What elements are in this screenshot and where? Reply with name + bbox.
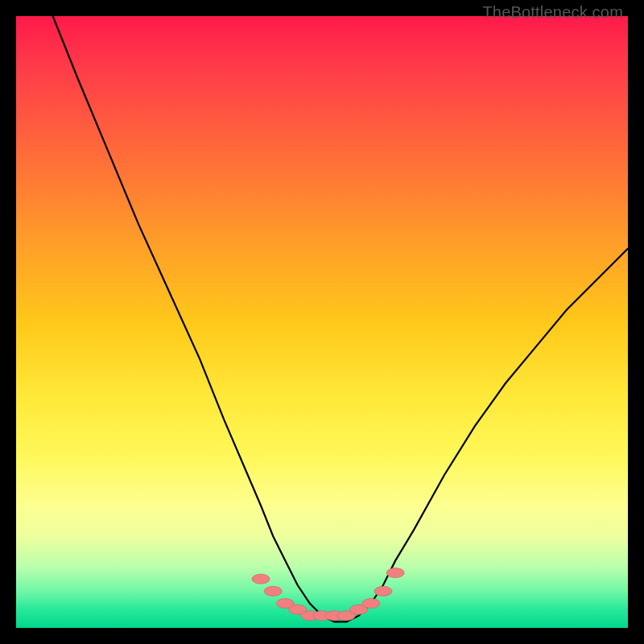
bottleneck-curve — [53, 16, 628, 621]
curve-marker — [252, 574, 270, 584]
chart-svg — [16, 16, 628, 628]
watermark-text: TheBottleneck.com — [482, 3, 623, 22]
curve-marker — [264, 586, 282, 596]
curve-marker — [362, 599, 380, 609]
curve-marker — [386, 568, 404, 578]
curve-markers — [252, 568, 404, 621]
curve-marker — [374, 586, 392, 596]
chart-frame — [16, 16, 628, 628]
